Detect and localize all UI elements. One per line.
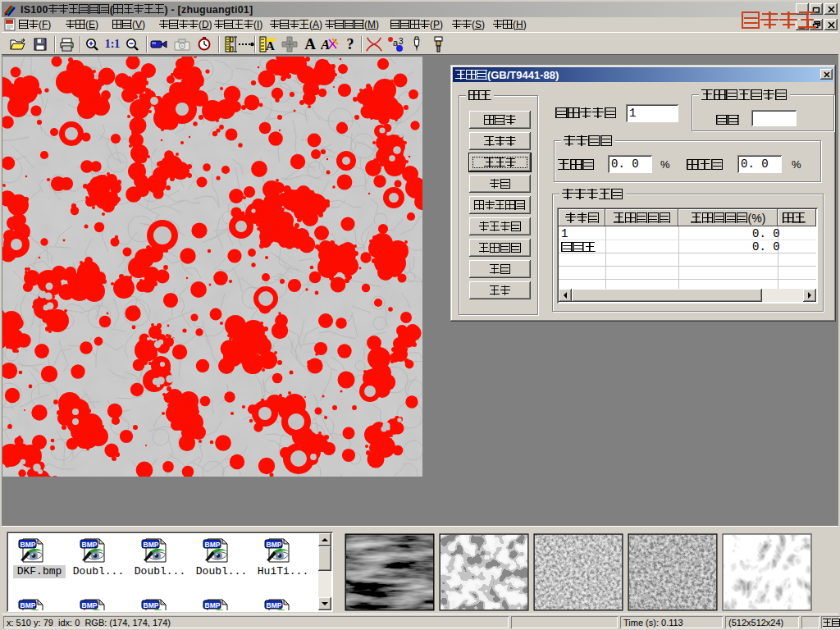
svg-text:3: 3 [399,37,404,46]
svg-text:A: A [321,37,330,52]
